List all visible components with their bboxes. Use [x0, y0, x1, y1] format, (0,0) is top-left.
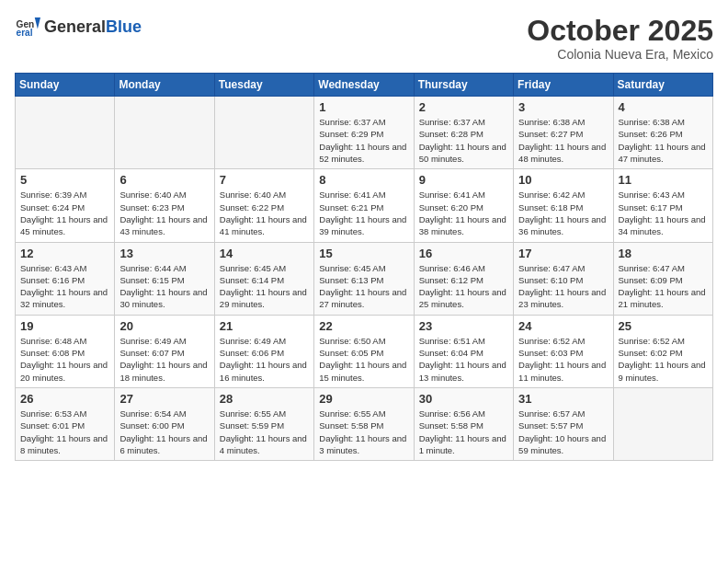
- calendar-cell: 4Sunrise: 6:38 AM Sunset: 6:26 PM Daylig…: [613, 97, 712, 169]
- day-info: Sunrise: 6:45 AM Sunset: 6:13 PM Dayligh…: [319, 262, 408, 311]
- calendar-cell: [115, 97, 214, 169]
- day-number: 30: [419, 392, 508, 406]
- day-info: Sunrise: 6:37 AM Sunset: 6:28 PM Dayligh…: [419, 116, 508, 165]
- calendar-cell: 2Sunrise: 6:37 AM Sunset: 6:28 PM Daylig…: [414, 97, 513, 169]
- day-number: 19: [20, 319, 109, 333]
- calendar-cell: 30Sunrise: 6:56 AM Sunset: 5:58 PM Dayli…: [414, 387, 513, 460]
- weekday-header-friday: Friday: [514, 74, 613, 97]
- page-header: Gen eral GeneralBlue October 2025 Coloni…: [15, 15, 713, 62]
- day-number: 18: [619, 247, 708, 260]
- day-info: Sunrise: 6:53 AM Sunset: 6:01 PM Dayligh…: [20, 408, 109, 456]
- location-subtitle: Colonia Nueva Era, Mexico: [527, 47, 713, 62]
- day-info: Sunrise: 6:37 AM Sunset: 6:29 PM Dayligh…: [319, 116, 408, 165]
- logo-text-general: General: [44, 18, 106, 37]
- day-info: Sunrise: 6:40 AM Sunset: 6:22 PM Dayligh…: [220, 189, 309, 237]
- day-number: 27: [119, 392, 209, 406]
- calendar-cell: 16Sunrise: 6:46 AM Sunset: 6:12 PM Dayli…: [414, 242, 513, 315]
- calendar-cell: 9Sunrise: 6:41 AM Sunset: 6:20 PM Daylig…: [414, 169, 513, 242]
- day-info: Sunrise: 6:52 AM Sunset: 6:02 PM Dayligh…: [619, 335, 708, 384]
- day-info: Sunrise: 6:45 AM Sunset: 6:14 PM Dayligh…: [220, 262, 309, 311]
- week-row-1: 1Sunrise: 6:37 AM Sunset: 6:29 PM Daylig…: [16, 97, 713, 169]
- logo: Gen eral GeneralBlue: [15, 15, 142, 40]
- day-info: Sunrise: 6:55 AM Sunset: 5:59 PM Dayligh…: [220, 408, 309, 456]
- day-number: 7: [220, 173, 309, 187]
- day-info: Sunrise: 6:50 AM Sunset: 6:05 PM Dayligh…: [319, 335, 408, 384]
- day-number: 1: [319, 100, 408, 114]
- day-info: Sunrise: 6:52 AM Sunset: 6:03 PM Dayligh…: [518, 335, 608, 384]
- day-number: 10: [518, 173, 608, 187]
- calendar-cell: 25Sunrise: 6:52 AM Sunset: 6:02 PM Dayli…: [613, 315, 712, 387]
- calendar-cell: 28Sunrise: 6:55 AM Sunset: 5:59 PM Dayli…: [214, 387, 313, 460]
- weekday-header-wednesday: Wednesday: [314, 74, 414, 97]
- calendar-table: SundayMondayTuesdayWednesdayThursdayFrid…: [15, 73, 713, 461]
- day-info: Sunrise: 6:55 AM Sunset: 5:58 PM Dayligh…: [319, 408, 408, 456]
- day-number: 15: [319, 247, 408, 260]
- week-row-4: 19Sunrise: 6:48 AM Sunset: 6:08 PM Dayli…: [16, 315, 713, 387]
- day-number: 20: [119, 319, 209, 333]
- calendar-cell: 6Sunrise: 6:40 AM Sunset: 6:23 PM Daylig…: [115, 169, 214, 242]
- calendar-cell: 1Sunrise: 6:37 AM Sunset: 6:29 PM Daylig…: [314, 97, 414, 169]
- day-info: Sunrise: 6:47 AM Sunset: 6:09 PM Dayligh…: [619, 262, 708, 311]
- weekday-header-thursday: Thursday: [414, 74, 513, 97]
- day-number: 21: [220, 319, 309, 333]
- day-info: Sunrise: 6:41 AM Sunset: 6:20 PM Dayligh…: [419, 189, 508, 237]
- logo-icon: Gen eral: [15, 15, 40, 40]
- day-number: 14: [220, 247, 309, 260]
- day-number: 23: [419, 319, 508, 333]
- weekday-header-tuesday: Tuesday: [214, 74, 313, 97]
- calendar-cell: 7Sunrise: 6:40 AM Sunset: 6:22 PM Daylig…: [214, 169, 313, 242]
- day-number: 24: [518, 319, 608, 333]
- calendar-cell: 26Sunrise: 6:53 AM Sunset: 6:01 PM Dayli…: [16, 387, 115, 460]
- calendar-cell: 10Sunrise: 6:42 AM Sunset: 6:18 PM Dayli…: [514, 169, 613, 242]
- calendar-cell: 23Sunrise: 6:51 AM Sunset: 6:04 PM Dayli…: [414, 315, 513, 387]
- week-row-5: 26Sunrise: 6:53 AM Sunset: 6:01 PM Dayli…: [16, 387, 713, 460]
- calendar-cell: 22Sunrise: 6:50 AM Sunset: 6:05 PM Dayli…: [314, 315, 414, 387]
- day-number: 11: [619, 173, 708, 187]
- calendar-cell: 15Sunrise: 6:45 AM Sunset: 6:13 PM Dayli…: [314, 242, 414, 315]
- calendar-cell: 17Sunrise: 6:47 AM Sunset: 6:10 PM Dayli…: [514, 242, 613, 315]
- calendar-cell: [214, 97, 313, 169]
- calendar-cell: 5Sunrise: 6:39 AM Sunset: 6:24 PM Daylig…: [16, 169, 115, 242]
- logo-text-blue: Blue: [106, 18, 142, 37]
- day-info: Sunrise: 6:44 AM Sunset: 6:15 PM Dayligh…: [119, 262, 209, 311]
- day-number: 25: [619, 319, 708, 333]
- month-title: October 2025: [527, 15, 713, 47]
- day-number: 6: [119, 173, 209, 187]
- day-number: 22: [319, 319, 408, 333]
- day-number: 9: [419, 173, 508, 187]
- day-info: Sunrise: 6:49 AM Sunset: 6:07 PM Dayligh…: [119, 335, 209, 384]
- calendar-cell: [16, 97, 115, 169]
- day-number: 17: [518, 247, 608, 260]
- day-number: 29: [319, 392, 408, 406]
- calendar-cell: 14Sunrise: 6:45 AM Sunset: 6:14 PM Dayli…: [214, 242, 313, 315]
- day-info: Sunrise: 6:51 AM Sunset: 6:04 PM Dayligh…: [419, 335, 508, 384]
- day-info: Sunrise: 6:46 AM Sunset: 6:12 PM Dayligh…: [419, 262, 508, 311]
- weekday-header-sunday: Sunday: [16, 74, 115, 97]
- svg-text:eral: eral: [17, 28, 33, 38]
- calendar-cell: [613, 387, 712, 460]
- calendar-cell: 18Sunrise: 6:47 AM Sunset: 6:09 PM Dayli…: [613, 242, 712, 315]
- day-info: Sunrise: 6:41 AM Sunset: 6:21 PM Dayligh…: [319, 189, 408, 237]
- day-info: Sunrise: 6:54 AM Sunset: 6:00 PM Dayligh…: [119, 408, 209, 456]
- weekday-header-monday: Monday: [115, 74, 214, 97]
- week-row-2: 5Sunrise: 6:39 AM Sunset: 6:24 PM Daylig…: [16, 169, 713, 242]
- calendar-cell: 31Sunrise: 6:57 AM Sunset: 5:57 PM Dayli…: [514, 387, 613, 460]
- day-number: 31: [518, 392, 608, 406]
- title-block: October 2025 Colonia Nueva Era, Mexico: [527, 15, 713, 62]
- week-row-3: 12Sunrise: 6:43 AM Sunset: 6:16 PM Dayli…: [16, 242, 713, 315]
- day-info: Sunrise: 6:56 AM Sunset: 5:58 PM Dayligh…: [419, 408, 508, 456]
- day-number: 12: [20, 247, 109, 260]
- calendar-cell: 20Sunrise: 6:49 AM Sunset: 6:07 PM Dayli…: [115, 315, 214, 387]
- day-info: Sunrise: 6:38 AM Sunset: 6:27 PM Dayligh…: [518, 116, 608, 165]
- calendar-cell: 27Sunrise: 6:54 AM Sunset: 6:00 PM Dayli…: [115, 387, 214, 460]
- weekday-header-saturday: Saturday: [613, 74, 712, 97]
- day-info: Sunrise: 6:43 AM Sunset: 6:16 PM Dayligh…: [20, 262, 109, 311]
- day-number: 26: [20, 392, 109, 406]
- day-info: Sunrise: 6:48 AM Sunset: 6:08 PM Dayligh…: [20, 335, 109, 384]
- day-number: 4: [619, 100, 708, 114]
- weekday-header-row: SundayMondayTuesdayWednesdayThursdayFrid…: [16, 74, 713, 97]
- day-info: Sunrise: 6:49 AM Sunset: 6:06 PM Dayligh…: [220, 335, 309, 384]
- day-info: Sunrise: 6:42 AM Sunset: 6:18 PM Dayligh…: [518, 189, 608, 237]
- day-number: 16: [419, 247, 508, 260]
- calendar-cell: 12Sunrise: 6:43 AM Sunset: 6:16 PM Dayli…: [16, 242, 115, 315]
